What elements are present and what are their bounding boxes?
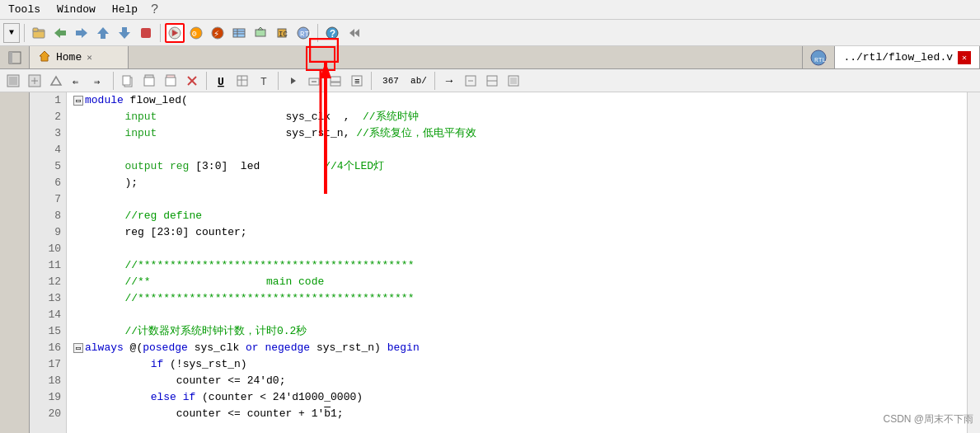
menu-window[interactable]: Window [54, 2, 99, 17]
ed-collapse1[interactable] [304, 71, 324, 91]
back-button[interactable] [50, 23, 70, 43]
code-line-3: input sys_rst_n, //系统复位，低电平有效 [73, 125, 967, 142]
tab-home-close[interactable]: ✕ [87, 52, 92, 63]
code-line-18: counter <= 24'd0; [73, 373, 967, 389]
svg-rect-44 [123, 76, 130, 85]
ed-collapse3[interactable]: ≡ [347, 71, 367, 91]
ed-grid[interactable] [232, 71, 252, 91]
svg-text:⚙: ⚙ [191, 30, 197, 39]
code-content[interactable]: ▭module flow_led( input sys_clk , //系统时钟… [67, 92, 967, 433]
code-line-11: //**************************************… [73, 257, 967, 274]
ab-button[interactable]: ab/ [407, 71, 430, 91]
ed-btn-5[interactable]: ⇒ [89, 71, 109, 91]
svg-rect-36 [9, 77, 17, 85]
svg-rect-31 [9, 52, 12, 64]
code-line-13: //**************************************… [73, 290, 967, 307]
compile-button[interactable] [165, 23, 185, 43]
code-line-1: ▭module flow_led( [73, 92, 967, 109]
pin-planner-button[interactable] [229, 23, 249, 43]
line-num-18: 18 [30, 373, 66, 389]
sep3 [317, 24, 318, 42]
line-num-7: 7 [30, 191, 66, 208]
svg-rect-1 [33, 28, 38, 31]
ed-nav-1[interactable] [461, 71, 481, 91]
help-icon: ? [151, 2, 159, 17]
tab-file[interactable]: ../rtl/flow_led.v ✕ [835, 46, 980, 68]
line-num-13: 13 [30, 290, 66, 307]
menu-tools[interactable]: Tools [5, 2, 44, 17]
code-line-5: output reg [3:0] led //4个LED灯 [73, 158, 967, 175]
ed-paste[interactable] [139, 71, 159, 91]
svg-marker-32 [40, 51, 49, 61]
chip-button[interactable]: IC [272, 23, 292, 43]
line-num-15: 15 [30, 323, 66, 340]
ed-underline[interactable]: U [211, 71, 231, 91]
ed-btn-2[interactable] [25, 71, 45, 91]
open-button[interactable] [29, 23, 49, 43]
nav-up-button[interactable] [93, 23, 113, 43]
svg-marker-21 [258, 27, 263, 30]
line-num-10: 10 [30, 241, 66, 257]
svg-text:≡: ≡ [354, 77, 360, 87]
stop-button[interactable] [136, 23, 156, 43]
ed-nav-2[interactable] [482, 71, 502, 91]
ed-paste2[interactable] [161, 71, 181, 91]
ed-arrow-right[interactable] [283, 71, 302, 91]
sep-ed2 [206, 72, 207, 90]
help-button[interactable]: ? [322, 23, 342, 43]
svg-marker-6 [97, 27, 109, 34]
svg-rect-16 [233, 29, 245, 37]
extra-button[interactable] [344, 23, 363, 43]
tab-home[interactable]: Home ✕ [30, 46, 129, 68]
analysis-button[interactable]: ⚙ [186, 23, 206, 43]
code-line-14 [73, 307, 967, 323]
svg-rect-7 [101, 34, 106, 39]
code-line-15: //计数器对系统时钟计数，计时0.2秒 [73, 323, 967, 340]
svg-marker-8 [119, 32, 130, 39]
ed-btn-4[interactable]: ⇐ [68, 71, 87, 91]
svg-text:?: ? [330, 29, 335, 40]
line-numbers: 1 2 3 4 5 6 7 8 9 10 11 12 13 14 15 16 1… [30, 92, 67, 433]
ed-btn-1[interactable] [3, 71, 23, 91]
svg-text:⚡: ⚡ [213, 29, 219, 40]
svg-rect-3 [60, 31, 66, 35]
nav-down-button[interactable] [115, 23, 134, 43]
ed-collapse2[interactable] [326, 71, 345, 91]
toolbar-dropdown[interactable]: ▼ [3, 23, 20, 43]
ed-nav-right[interactable]: → [439, 71, 459, 91]
main-area: 1 2 3 4 5 6 7 8 9 10 11 12 13 14 15 16 1… [0, 92, 980, 433]
rtl-button[interactable]: RTL [293, 23, 313, 43]
menu-help[interactable]: Help [109, 2, 141, 17]
tab-file-close[interactable]: ✕ [958, 51, 971, 64]
power-button[interactable]: ⚡ [208, 23, 227, 43]
svg-rect-59 [331, 77, 340, 82]
ed-nav-3[interactable] [504, 71, 523, 91]
panel-toggle-left[interactable] [0, 46, 30, 68]
line-num-6: 6 [30, 175, 66, 191]
code-area[interactable]: 1 2 3 4 5 6 7 8 9 10 11 12 13 14 15 16 1… [30, 92, 967, 433]
collapse-1[interactable]: ▭ [73, 96, 83, 106]
code-line-10 [73, 241, 967, 257]
sep-ed5 [434, 72, 435, 90]
programmer-button[interactable] [251, 23, 270, 43]
svg-rect-10 [141, 28, 151, 38]
svg-marker-28 [349, 29, 354, 37]
ed-copy[interactable] [118, 71, 138, 91]
code-line-8: //reg define [73, 208, 967, 224]
svg-text:T: T [260, 76, 267, 87]
scrollbar-right[interactable] [967, 92, 980, 433]
svg-rect-68 [510, 78, 517, 84]
collapse-16[interactable]: ▭ [73, 343, 83, 353]
line-num-11: 11 [30, 257, 66, 274]
editor-toolbar: ⇐ ⇒ U T ≡ 367 ab/ → [0, 69, 980, 92]
home-icon [38, 49, 51, 66]
svg-text:⇐: ⇐ [73, 77, 78, 87]
ed-delete[interactable] [182, 71, 202, 91]
ed-btn-3[interactable] [46, 71, 66, 91]
left-gutter [0, 92, 30, 433]
tab-spacer [129, 46, 802, 68]
sep-ed3 [278, 72, 279, 90]
ed-T[interactable]: T [254, 71, 274, 91]
forward-button[interactable] [72, 23, 91, 43]
line-num-17: 17 [30, 356, 66, 373]
